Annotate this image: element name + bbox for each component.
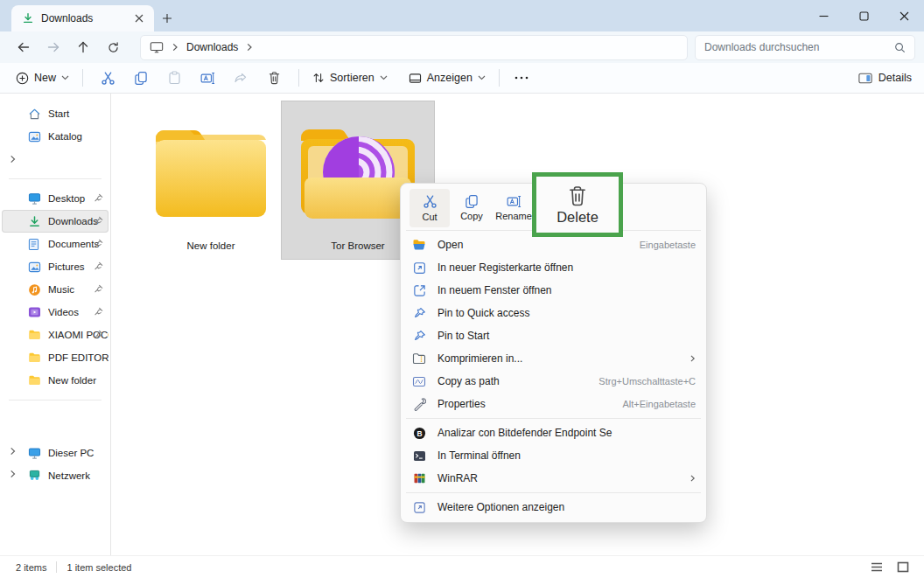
- close-button[interactable]: [884, 0, 924, 31]
- up-button[interactable]: [68, 34, 98, 60]
- paste-button[interactable]: [158, 66, 191, 90]
- chevron-down-icon: [61, 75, 69, 80]
- sidebar-item-dieser-pc[interactable]: Dieser PC: [2, 442, 108, 464]
- sort-button[interactable]: Sortieren: [307, 66, 393, 90]
- search-icon[interactable]: [894, 42, 906, 53]
- sidebar: Start Katalog Desktop: [0, 94, 111, 555]
- list-view-icon[interactable]: [868, 560, 886, 575]
- chevron-right-icon[interactable]: [172, 43, 178, 52]
- tab-title: Downloads: [41, 12, 131, 24]
- minimize-button[interactable]: [803, 0, 844, 31]
- details-button[interactable]: Details: [858, 72, 912, 84]
- menu-separator: [406, 492, 701, 493]
- zip-folder-icon: [412, 352, 426, 366]
- status-bar: 2 items 1 item selected: [0, 555, 924, 578]
- details-button-label: Details: [878, 72, 912, 84]
- cut-label: Cut: [422, 212, 437, 222]
- tab-strip: Downloads: [0, 0, 924, 31]
- cut-quick-button[interactable]: Cut: [410, 189, 450, 227]
- delete-label: Delete: [556, 209, 598, 226]
- maximize-button[interactable]: [844, 0, 884, 31]
- delete-annotation-box[interactable]: Delete: [532, 172, 623, 237]
- menu-item-terminal[interactable]: In Terminal öffnen: [404, 444, 703, 467]
- pictures-icon: [28, 261, 41, 274]
- view-button[interactable]: Anzeigen: [403, 66, 491, 90]
- tab-downloads[interactable]: Downloads: [11, 5, 154, 31]
- menu-item-pin-start[interactable]: Pin to Start: [404, 324, 703, 347]
- file-tile-new-folder[interactable]: New folder: [134, 101, 288, 260]
- sidebar-item-label: Katalog: [48, 131, 108, 142]
- pin-icon: [412, 306, 426, 320]
- menu-separator: [406, 418, 701, 419]
- sidebar-item-pictures[interactable]: Pictures: [2, 255, 108, 278]
- menu-item-label: Properties: [438, 398, 486, 410]
- sort-button-label: Sortieren: [330, 72, 374, 84]
- new-button[interactable]: New: [10, 66, 74, 90]
- sidebar-item-start[interactable]: Start: [2, 102, 108, 125]
- rename-button[interactable]: [191, 66, 224, 90]
- folder-icon: [28, 374, 41, 387]
- menu-item-compress[interactable]: Komprimieren in...: [404, 347, 703, 370]
- copy-button[interactable]: [124, 66, 158, 90]
- chevron-right-icon: [9, 155, 17, 164]
- copy-quick-button[interactable]: Copy: [452, 189, 492, 227]
- sidebar-item-xiaomi[interactable]: XIAOMI POCO F: [2, 324, 108, 346]
- address-bar[interactable]: Downloads: [140, 35, 688, 60]
- menu-item-label: Analizar con Bitdefender Endpoint Se: [438, 427, 612, 439]
- menu-item-open-new-tab[interactable]: In neuer Registerkarte öffnen: [404, 256, 703, 279]
- menu-item-pin-quick-access[interactable]: Pin to Quick access: [404, 302, 703, 324]
- refresh-button[interactable]: [98, 34, 128, 60]
- pin-icon: [412, 329, 426, 343]
- menu-item-copy-as-path[interactable]: Copy as path Strg+Umschalttaste+C: [404, 370, 703, 393]
- open-new-tab-icon: [412, 261, 426, 275]
- sidebar-item-videos[interactable]: Videos: [2, 301, 108, 324]
- view-button-label: Anzeigen: [427, 72, 472, 84]
- rename-icon: [507, 195, 522, 208]
- delete-button[interactable]: [257, 66, 290, 90]
- thumbnail-view-icon[interactable]: [894, 560, 912, 575]
- menu-item-bitdefender[interactable]: B Analizar con Bitdefender Endpoint Se: [404, 421, 703, 444]
- menu-item-label: Pin to Start: [438, 330, 489, 342]
- menu-item-more-options[interactable]: Weitere Optionen anzeigen: [404, 496, 703, 519]
- downloads-icon: [28, 215, 41, 228]
- chevron-down-icon: [380, 75, 388, 80]
- sidebar-item-desktop[interactable]: Desktop: [2, 187, 108, 210]
- sidebar-item-documents[interactable]: Documents: [2, 233, 108, 255]
- sidebar-expander[interactable]: [2, 148, 108, 171]
- breadcrumb[interactable]: Downloads: [186, 41, 238, 53]
- sidebar-item-netzwerk[interactable]: Netzwerk: [2, 464, 108, 487]
- sidebar-item-music[interactable]: Music: [2, 278, 108, 301]
- sidebar-item-downloads[interactable]: Downloads: [2, 210, 108, 233]
- menu-item-label: Komprimieren in...: [438, 352, 522, 365]
- menu-item-properties[interactable]: Properties Alt+Eingabetaste: [404, 393, 703, 415]
- circle-plus-icon: [16, 72, 29, 85]
- cut-button[interactable]: [91, 66, 124, 90]
- chevron-right-icon[interactable]: [246, 43, 253, 52]
- toolbar-divider: [82, 69, 83, 87]
- scissors-icon: [423, 194, 438, 209]
- folder-open-icon: [412, 238, 426, 252]
- forward-button[interactable]: [38, 34, 68, 60]
- chevron-right-icon[interactable]: [9, 447, 19, 457]
- sidebar-item-katalog[interactable]: Katalog: [2, 125, 108, 148]
- new-tab-button[interactable]: [154, 5, 180, 31]
- sidebar-divider: [9, 400, 102, 400]
- menu-item-winrar[interactable]: WinRAR: [404, 467, 703, 490]
- chevron-right-icon[interactable]: [9, 470, 19, 480]
- sort-icon: [312, 72, 325, 84]
- toolbar-divider: [499, 69, 500, 87]
- share-button[interactable]: [224, 66, 257, 90]
- back-button[interactable]: [9, 34, 38, 60]
- search-input[interactable]: Downloads durchsuchen: [695, 35, 915, 60]
- rename-quick-button[interactable]: Rename: [494, 189, 534, 227]
- sidebar-item-new-folder[interactable]: New folder: [2, 369, 108, 392]
- tab-close-icon[interactable]: [131, 10, 147, 26]
- pin-icon: [94, 261, 103, 271]
- folder-icon: [28, 329, 41, 342]
- sidebar-item-pdf-editor[interactable]: PDF EDITOR: [2, 346, 108, 369]
- submenu-chevron-icon: [690, 354, 696, 363]
- more-commands-icon[interactable]: [508, 76, 536, 80]
- menu-shortcut: Strg+Umschalttaste+C: [598, 376, 696, 386]
- svg-text:B: B: [416, 428, 422, 437]
- menu-item-open-new-window[interactable]: In neuem Fenster öffnen: [404, 279, 703, 302]
